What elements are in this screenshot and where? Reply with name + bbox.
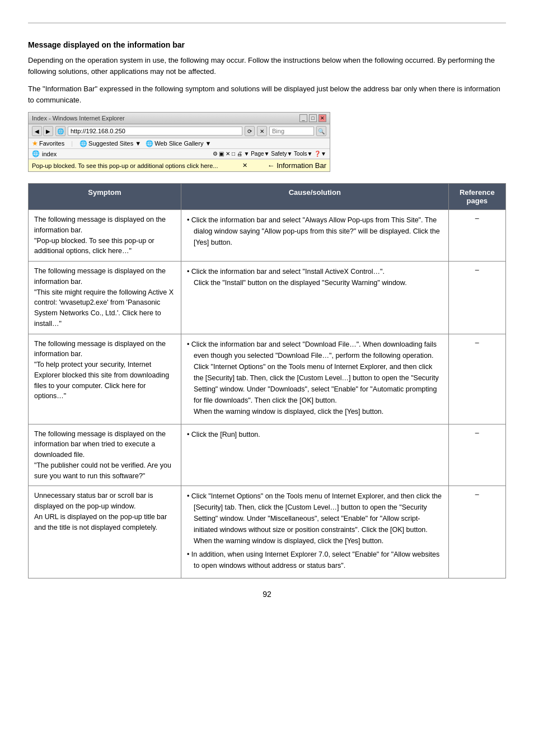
ref-cell-1: – (448, 210, 505, 262)
refresh-button[interactable]: ⟳ (245, 126, 255, 136)
cause-cell-5: Click "Internet Options" on the Tools me… (181, 486, 448, 578)
top-border (28, 22, 506, 24)
symptom-cell-4: The following message is displayed on th… (29, 424, 181, 486)
info-bar-text: Pop-up blocked. To see this pop-up or ad… (32, 162, 218, 169)
section-title: Message displayed on the information bar (28, 40, 506, 49)
header-symptom: Symptom (29, 184, 181, 210)
star-icon: ★ (32, 139, 38, 147)
address-input[interactable] (68, 127, 242, 136)
info-bar-label-text: Information Bar (277, 161, 326, 170)
header-ref-text: Reference pages (460, 188, 495, 205)
symptom-cell-5: Unnecessary status bar or scroll bar is … (29, 486, 181, 578)
table-row: Unnecessary status bar or scroll bar is … (29, 486, 506, 578)
suggested-sites-item[interactable]: 🌐 Suggested Sites ▼ (79, 140, 141, 147)
table-row: The following message is displayed on th… (29, 262, 506, 334)
stop-button[interactable]: ✕ (257, 126, 267, 136)
browser-toolbar: 🌐 index ⚙ ▣ ✕ □ 🖨 ▼ Page▼ Safety▼ Tools▼… (29, 149, 330, 159)
forward-button[interactable]: ▶ (43, 126, 53, 136)
main-table: Symptom Cause/solution Reference pages T… (28, 183, 506, 578)
nav-buttons: ◀ ▶ (32, 126, 53, 136)
info-bar[interactable]: Pop-up blocked. To see this pop-up or ad… (29, 159, 330, 171)
ref-cell-4: – (448, 424, 505, 486)
symptom-cell-1: The following message is displayed on th… (29, 210, 181, 262)
toolbar-left: 🌐 index (32, 150, 57, 157)
cause-cell-3: Click the information bar and select "Do… (181, 334, 448, 424)
browser-screenshot: Index - Windows Internet Explorer _ □ ✕ … (28, 112, 330, 172)
maximize-button[interactable]: □ (309, 114, 317, 122)
intro-paragraph-2: The "Information Bar" expressed in the f… (28, 83, 506, 105)
cause-cell-2: Click the information bar and select "In… (181, 262, 448, 334)
table-row: The following message is displayed on th… (29, 424, 506, 486)
separator-1: | (71, 140, 73, 147)
table-row: The following message is displayed on th… (29, 334, 506, 424)
table-row: The following message is displayed on th… (29, 210, 506, 262)
browser-title-text: Index - Windows Internet Explorer (32, 115, 125, 122)
favorites-label: Favorites (39, 140, 64, 147)
symptom-cell-3: The following message is displayed on th… (29, 334, 181, 424)
info-bar-close[interactable]: ✕ (242, 162, 247, 169)
info-bar-arrow-label: ← Information Bar (268, 161, 327, 170)
web-slice-gallery-item[interactable]: 🌐 Web Slice Gallery ▼ (146, 140, 211, 147)
search-button[interactable]: 🔍 (316, 126, 326, 136)
web-slice-icon: 🌐 (146, 140, 153, 147)
cause-cell-4: Click the [Run] button. (181, 424, 448, 486)
favorites-bar: ★ Favorites | 🌐 Suggested Sites ▼ 🌐 Web … (29, 138, 330, 149)
ref-cell-2: – (448, 262, 505, 334)
suggested-sites-label: Suggested Sites ▼ (88, 140, 141, 147)
info-bar-right: ✕ ← Information Bar (242, 161, 327, 170)
header-cause: Cause/solution (181, 184, 448, 210)
symptom-cell-2: The following message is displayed on th… (29, 262, 181, 334)
ref-cell-5: – (448, 486, 505, 578)
browser-address-bar: ◀ ▶ 🌐 ⟳ ✕ 🔍 (29, 124, 330, 138)
web-slice-label: Web Slice Gallery ▼ (154, 140, 211, 147)
toolbar-right: ⚙ ▣ ✕ □ 🖨 ▼ Page▼ Safety▼ Tools▼ ❓▼ (213, 151, 326, 157)
page-number: 92 (28, 590, 506, 599)
suggested-sites-icon: 🌐 (79, 140, 87, 147)
minimize-button[interactable]: _ (299, 114, 307, 122)
favorites-item[interactable]: ★ Favorites (32, 139, 64, 147)
browser-title-bar: Index - Windows Internet Explorer _ □ ✕ (29, 113, 330, 124)
toolbar-icons: ⚙ ▣ ✕ □ 🖨 ▼ Page▼ Safety▼ Tools▼ ❓▼ (213, 151, 326, 157)
intro-paragraph-1: Depending on the operation system in use… (28, 55, 506, 77)
back-button[interactable]: ◀ (32, 126, 42, 136)
search-input[interactable] (269, 127, 314, 136)
ref-cell-3: – (448, 334, 505, 424)
cause-cell-1: Click the information bar and select "Al… (181, 210, 448, 262)
browser-window-controls: _ □ ✕ (299, 114, 326, 122)
page-icon: 🌐 (55, 126, 65, 136)
header-reference: Reference pages (448, 184, 505, 210)
tab-label[interactable]: index (42, 151, 57, 157)
close-button[interactable]: ✕ (318, 114, 326, 122)
tab-icon: 🌐 (32, 150, 40, 157)
